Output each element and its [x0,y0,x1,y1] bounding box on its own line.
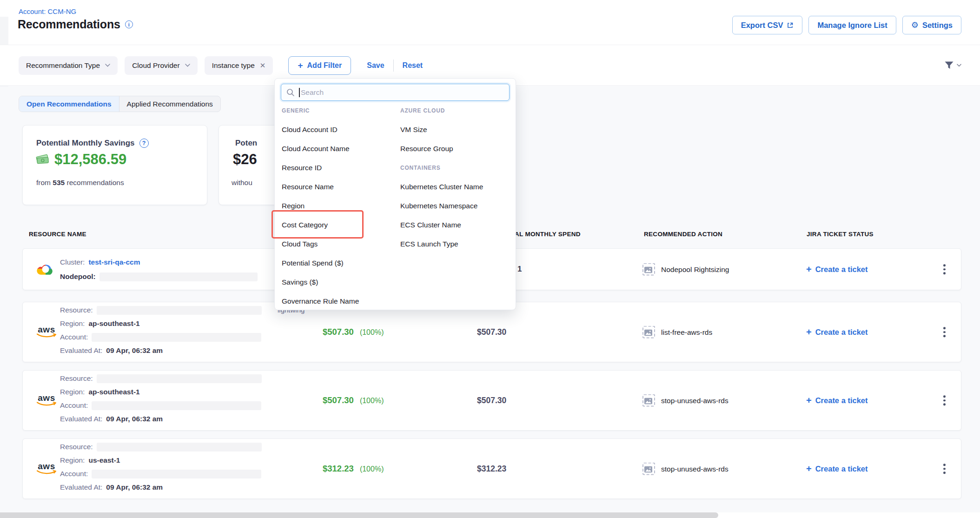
export-csv-button[interactable]: Export CSV [732,16,803,34]
dropdown-item-potential-spend[interactable]: Potential Spend ($) [282,253,398,272]
column-header-total-monthly-spend: AL MONTHLY SPEND [515,231,581,238]
aws-icon: aws [36,463,57,475]
plus-icon: + [806,396,812,405]
dropdown-item-cost-category[interactable]: Cost Category [282,215,398,234]
monthly-spend-value-partial: 1 [517,265,522,274]
header-actions: Export CSV Manage Ignore List ⚙ Settings [732,16,961,34]
money-icon [35,154,50,165]
dropdown-item-cloud-tags[interactable]: Cloud Tags [282,234,398,253]
card-title-fragment: Poten [235,139,257,148]
filter-panel-toggle[interactable] [944,61,961,70]
breadcrumb[interactable]: Account: CCM-NG [19,7,76,15]
broken-image-icon [642,463,655,475]
region-value: ap-southeast-1 [88,387,139,397]
info-icon[interactable]: i [125,20,133,28]
dropdown-item-kubernetes-cluster-name[interactable]: Kubernetes Cluster Name [400,177,512,196]
row-menu-kebab-icon[interactable] [940,261,948,277]
recommended-action: list-free-aws-rds [642,326,712,339]
broken-image-icon [642,394,655,407]
dropdown-item-cloud-account-name[interactable]: Cloud Account Name [282,139,398,158]
settings-button[interactable]: ⚙ Settings [902,16,961,34]
dropdown-column-azure-containers: AZURE CLOUD VM Size Resource Group CONTA… [400,101,512,253]
plus-icon: + [806,327,812,337]
dropdown-item-ecs-cluster-name[interactable]: ECS Cluster Name [400,215,512,234]
table-row: aws Resource: Region:us-east-1 Account: … [22,438,961,499]
monthly-savings-value: $507.30 (100%) [323,327,384,337]
savings-amount: $12,586.59 [54,151,126,168]
section-heading: GENERIC [282,101,398,120]
plus-icon: + [298,61,303,70]
chevron-down-icon [185,64,190,67]
dropdown-item-savings[interactable]: Savings ($) [282,272,398,292]
filter-chip-recommendation-type[interactable]: Recommendation Type [19,56,118,75]
recommended-action-label: stop-unused-aws-rds [661,396,728,405]
external-link-icon [787,22,794,29]
save-filter-button[interactable]: Save [367,61,384,70]
nodepool-label: Nodepool: [60,272,96,282]
row-menu-kebab-icon[interactable] [940,324,948,340]
dropdown-item-kubernetes-namespace[interactable]: Kubernetes Namespace [400,196,512,215]
create-ticket-button[interactable]: + Create a ticket [806,265,868,274]
tab-open-recommendations[interactable]: Open Recommendations [19,96,119,112]
horizontal-scrollbar[interactable] [0,512,718,518]
dropdown-item-cloud-account-id[interactable]: Cloud Account ID [282,120,398,139]
evaluated-at-value: 09 Apr, 06:32 am [106,482,163,492]
subtext-fragment: withou [232,179,252,187]
divider [393,60,394,72]
row-menu-kebab-icon[interactable] [940,392,948,408]
monthly-savings-value: $312.23 (100%) [323,464,384,474]
redacted-value [92,401,261,410]
evaluated-at-value: 09 Apr, 06:32 am [106,414,163,424]
create-ticket-button[interactable]: + Create a ticket [806,327,868,337]
table-row: aws Resource: Region:ap-southeast-1 Acco… [22,370,961,431]
dropdown-item-resource-name[interactable]: Resource Name [282,177,398,196]
redacted-value [97,443,262,452]
column-header-recommended-action: RECOMMENDED ACTION [644,231,722,238]
dropdown-item-ecs-launch-type[interactable]: ECS Launch Type [400,234,512,253]
card-title: Potential Monthly Savings [36,139,135,148]
create-ticket-button[interactable]: + Create a ticket [806,396,868,405]
gear-icon: ⚙ [911,21,919,29]
recommended-action-label: stop-unused-aws-rds [661,465,728,473]
savings-subtext: from 535 recommendations [36,179,124,187]
dropdown-item-resource-group[interactable]: Resource Group [400,139,512,158]
redacted-value [97,306,262,315]
evaluated-at-value: 09 Apr, 06:32 am [106,345,163,356]
close-icon[interactable]: ✕ [260,61,266,70]
column-header-jira-ticket-status: JIRA TICKET STATUS [807,231,874,238]
aws-icon: aws [36,326,57,338]
chevron-down-icon [105,64,110,67]
dropdown-item-region[interactable]: Region [282,196,398,215]
cluster-link[interactable]: test-sri-qa-ccm [88,257,140,267]
recommendation-tabs: Open Recommendations Applied Recommendat… [19,96,221,112]
question-icon[interactable]: ? [139,139,149,148]
recommendations-page: Account: CCM-NG Recommendations i Export… [0,0,980,518]
recommended-action: stop-unused-aws-rds [642,463,728,475]
search-input[interactable] [281,84,509,100]
manage-ignore-list-button[interactable]: Manage Ignore List [808,16,896,34]
create-ticket-button[interactable]: + Create a ticket [806,464,868,473]
dropdown-column-generic: GENERIC Cloud Account ID Cloud Account N… [282,101,398,311]
dropdown-item-resource-id[interactable]: Resource ID [282,158,398,177]
plus-icon: + [806,265,812,274]
recommended-action-label: Nodepool Rightsizing [661,265,729,273]
filter-chip-cloud-provider[interactable]: Cloud Provider [125,56,198,75]
gcp-icon [36,260,55,278]
dropdown-item-vm-size[interactable]: VM Size [400,120,512,139]
monthly-spend-value: $507.30 [477,396,506,405]
tab-applied-recommendations[interactable]: Applied Recommendations [119,96,220,112]
reset-filter-button[interactable]: Reset [403,61,423,70]
row-menu-kebab-icon[interactable] [940,461,948,477]
add-filter-button[interactable]: + Add Filter [288,56,351,75]
broken-image-icon [642,326,655,339]
monthly-spend-value: $312.23 [477,464,506,474]
broken-image-icon [642,263,655,276]
section-heading: CONTAINERS [400,158,512,177]
page-title: Recommendations [18,18,120,31]
region-value: ap-southeast-1 [88,319,139,329]
cluster-label: Cluster: [60,257,85,267]
add-filter-dropdown: GENERIC Cloud Account ID Cloud Account N… [274,78,516,310]
aws-icon: aws [36,394,57,406]
dropdown-item-governance-rule-name[interactable]: Governance Rule Name [282,292,398,311]
filter-chip-instance-type[interactable]: Instance type ✕ [205,56,273,75]
